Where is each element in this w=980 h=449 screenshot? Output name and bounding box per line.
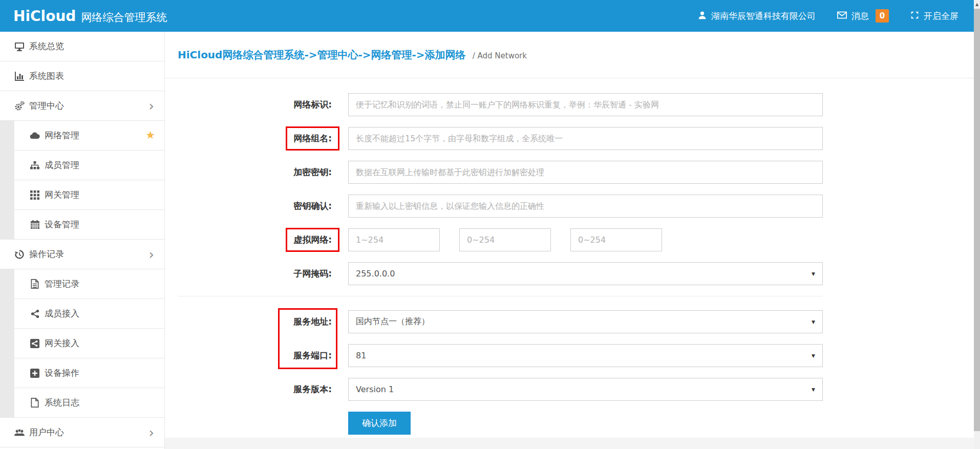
- chevron-right-icon: ›: [149, 99, 154, 113]
- sidebar-item-label: 设备管理: [45, 219, 79, 230]
- sidebar-item-label: 管理中心: [29, 100, 64, 112]
- sidebar-item-member-access[interactable]: 成员接入: [0, 299, 164, 329]
- file-icon: [30, 398, 40, 408]
- star-icon: ★: [145, 130, 155, 141]
- sitemap-icon: [30, 160, 40, 170]
- add-network-form: 网络标识: 网络组名: 加密密钥: 密钥确认: 虚拟网络: 子网掩码:: [165, 78, 974, 435]
- service-address-select[interactable]: 国内节点一（推荐） ▼: [348, 310, 823, 333]
- form-row-network-id: 网络标识:: [178, 93, 974, 116]
- chevron-down-icon: ▼: [812, 387, 815, 392]
- network-group-name-input[interactable]: [348, 127, 823, 150]
- network-id-label: 网络标识:: [178, 99, 332, 111]
- sidebar-item-management-records[interactable]: 管理记录: [0, 269, 164, 299]
- confirm-add-button[interactable]: 确认添加: [348, 412, 411, 435]
- service-version-select[interactable]: Version 1 ▼: [348, 378, 823, 401]
- virtual-network-octet-3-input[interactable]: [570, 228, 662, 251]
- service-version-value: Version 1: [356, 384, 394, 394]
- sidebar-item-label: 网关接入: [45, 337, 79, 349]
- key-confirm-label: 密钥确认:: [178, 200, 332, 212]
- service-address-value: 国内节点一（推荐）: [356, 316, 430, 327]
- service-port-select[interactable]: 81 ▼: [348, 344, 823, 367]
- network-id-input[interactable]: [348, 93, 823, 116]
- virtual-network-octet-1-input[interactable]: [348, 228, 440, 251]
- sidebar-item-management-center[interactable]: 管理中心 ›: [0, 91, 164, 121]
- sidebar-item-label: 成员接入: [45, 308, 79, 319]
- sidebar-item-label: 网关管理: [45, 189, 79, 201]
- gears-icon: [14, 101, 25, 111]
- service-address-label: 服务地址:: [178, 316, 332, 328]
- chevron-down-icon: ▼: [812, 353, 815, 358]
- highlight-box: 虚拟网络:: [286, 228, 339, 252]
- form-row-service-port: 服务端口: 81 ▼: [178, 344, 974, 367]
- encryption-key-label: 加密密钥:: [178, 166, 332, 178]
- fullscreen-button[interactable]: 开启全屏: [910, 10, 958, 22]
- highlight-box: 网络组名:: [286, 126, 339, 151]
- sidebar-item-member-management[interactable]: 成员管理: [0, 151, 164, 180]
- scroll-up-arrow-icon[interactable]: ▲: [974, 0, 980, 9]
- service-port-value: 81: [356, 351, 366, 360]
- sidebar-item-system-overview[interactable]: 系统总览: [0, 32, 164, 61]
- share-square-icon: [30, 338, 40, 349]
- messages-button[interactable]: 消息 0: [837, 9, 889, 23]
- chevron-right-icon: ›: [149, 426, 154, 439]
- subnet-mask-value: 255.0.0.0: [356, 269, 395, 279]
- sidebar-item-network-management[interactable]: 网络管理 ★: [0, 121, 164, 151]
- sidebar-item-label: 设备操作: [45, 367, 79, 379]
- calendar-icon: [30, 220, 40, 230]
- breadcrumb-path: HiCloud网络综合管理系统->管理中心->网络管理->添加网络: [178, 49, 466, 61]
- mail-icon: [837, 11, 847, 21]
- sidebar-item-operation-records[interactable]: 操作记录 ›: [0, 240, 164, 269]
- top-header-bar: HiCloud 网络综合管理系统 湖南华辰智通科技有限公司 消息 0 开启全屏: [0, 0, 974, 32]
- section-divider: [178, 296, 823, 296]
- fullscreen-label: 开启全屏: [924, 10, 958, 22]
- app-logo: HiCloud 网络综合管理系统: [0, 8, 167, 25]
- main-content: HiCloud网络综合管理系统->管理中心->网络管理->添加网络 / Add …: [165, 32, 974, 438]
- form-row-virtual-network: 虚拟网络:: [178, 228, 974, 251]
- encryption-key-input[interactable]: [348, 161, 823, 184]
- subnet-mask-select[interactable]: 255.0.0.0 ▼: [348, 262, 823, 285]
- plus-square-icon: [30, 368, 40, 378]
- chevron-down-icon: ▼: [812, 271, 815, 276]
- sidebar-nav: 系统总览 系统图表 管理中心 › 网络管理 ★ 成员管理 网关管理: [0, 32, 165, 449]
- sidebar-item-label: 操作记录: [29, 248, 64, 260]
- subnet-mask-label: 子网掩码:: [178, 268, 332, 280]
- virtual-network-octet-2-input[interactable]: [459, 228, 551, 251]
- breadcrumb: HiCloud网络综合管理系统->管理中心->网络管理->添加网络 / Add …: [165, 32, 974, 78]
- sidebar-item-device-operation[interactable]: 设备操作: [0, 358, 164, 388]
- brand-name: HiCloud: [13, 8, 76, 25]
- key-confirm-input[interactable]: [348, 195, 823, 218]
- company-account[interactable]: 湖南华辰智通科技有限公司: [698, 10, 816, 22]
- desktop-icon: [14, 41, 25, 52]
- fullscreen-icon: [910, 11, 919, 22]
- bar-chart-icon: [14, 71, 25, 81]
- virtual-network-label: 虚拟网络:: [293, 234, 332, 245]
- sidebar-item-label: 网络管理: [45, 130, 79, 141]
- scrollbar[interactable]: ▲: [974, 0, 980, 449]
- sidebar-item-gateway-access[interactable]: 网关接入: [0, 329, 164, 358]
- grid-icon: [30, 190, 40, 200]
- service-port-label: 服务端口:: [178, 350, 332, 361]
- share-icon: [30, 309, 40, 319]
- service-group: 服务地址: 国内节点一（推荐） ▼ 服务端口: 81 ▼: [178, 310, 974, 367]
- sidebar-item-system-logs[interactable]: 系统日志: [0, 388, 164, 418]
- form-row-network-group-name: 网络组名:: [178, 127, 974, 150]
- brand-suffix: 网络综合管理系统: [81, 10, 167, 25]
- form-row-encryption-key: 加密密钥:: [178, 161, 974, 184]
- chevron-down-icon: ▼: [812, 319, 815, 325]
- users-icon: [14, 427, 25, 438]
- user-icon: [698, 11, 707, 22]
- sidebar-item-label: 用户中心: [29, 426, 64, 438]
- sidebar-item-user-center[interactable]: 用户中心 ›: [0, 418, 164, 447]
- sidebar-item-label: 成员管理: [45, 159, 79, 171]
- sidebar-item-gateway-management[interactable]: 网关管理: [0, 180, 164, 210]
- scrollbar-thumb[interactable]: [974, 9, 980, 431]
- company-name: 湖南华辰智通科技有限公司: [711, 10, 816, 22]
- sidebar-item-device-management[interactable]: 设备管理: [0, 210, 164, 240]
- form-row-key-confirm: 密钥确认:: [178, 195, 974, 218]
- breadcrumb-suffix: / Add Network: [473, 51, 527, 60]
- messages-count-badge: 0: [876, 9, 889, 23]
- sidebar-item-system-charts[interactable]: 系统图表: [0, 61, 164, 91]
- form-row-service-address: 服务地址: 国内节点一（推荐） ▼: [178, 310, 974, 333]
- form-row-subnet-mask: 子网掩码: 255.0.0.0 ▼: [178, 262, 974, 285]
- messages-label: 消息: [851, 10, 869, 22]
